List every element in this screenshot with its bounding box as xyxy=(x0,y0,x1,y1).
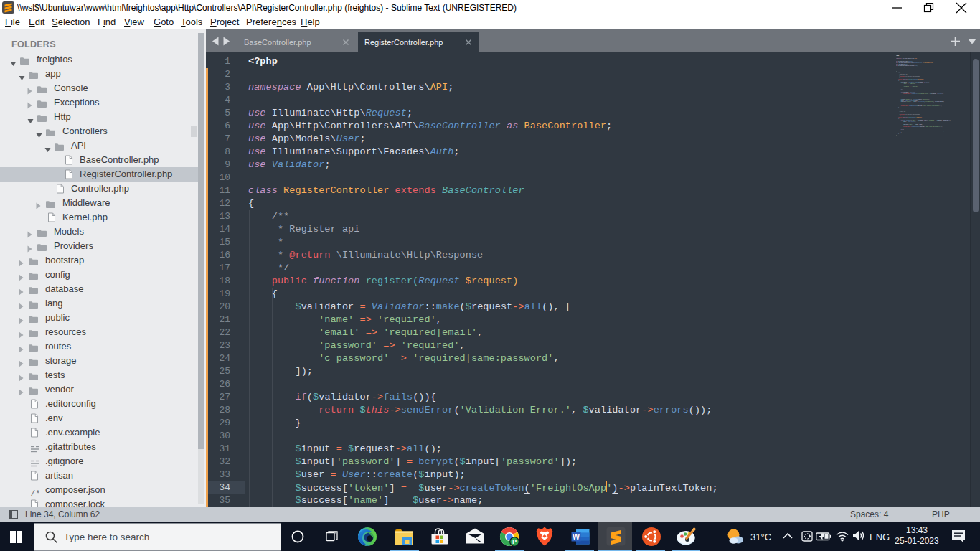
svg-text:W: W xyxy=(573,532,580,541)
svg-text:P: P xyxy=(512,538,517,545)
